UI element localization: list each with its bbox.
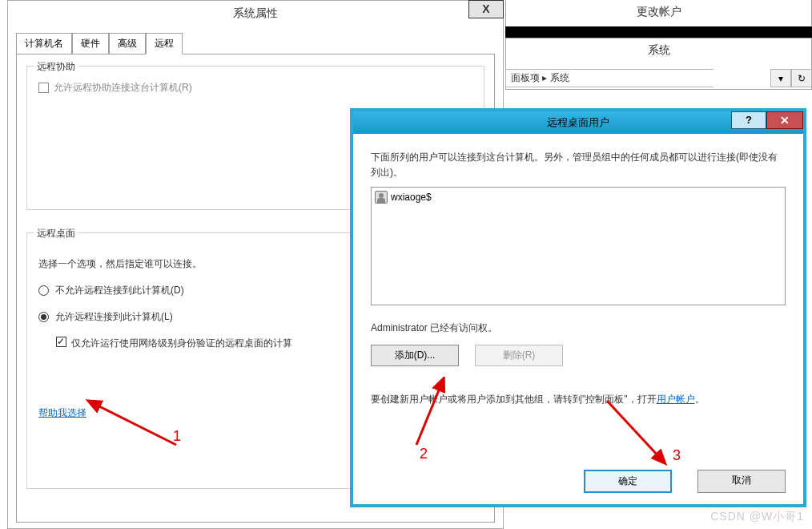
tab-strip: 计算机名 硬件 高级 远程	[16, 32, 495, 54]
system-properties-title: 系统属性	[233, 6, 278, 19]
change-account-titlebar: 更改帐户	[505, 0, 812, 27]
rdu-close-button[interactable]: ✕	[766, 111, 803, 129]
change-account-title: 更改帐户	[637, 5, 681, 18]
tab-label: 计算机名	[25, 38, 63, 49]
help-icon: ?	[746, 114, 752, 126]
breadcrumb[interactable]: 面板项 ▸ 系统	[505, 69, 714, 87]
tab-advanced[interactable]: 高级	[109, 33, 146, 55]
bg-divider	[505, 26, 812, 38]
rdu-description: 下面所列的用户可以连接到这台计算机。另外，管理员组中的任何成员都可以进行连接(即…	[371, 150, 786, 180]
allow-remote-assistance-checkbox[interactable]	[38, 83, 49, 93]
add-user-label: 添加(D)...	[395, 349, 436, 361]
user-accounts-link[interactable]: 用户帐户	[657, 394, 695, 405]
user-list-item[interactable]: wxiaoge$	[375, 191, 782, 204]
close-icon: ✕	[780, 114, 790, 127]
system-title: 系统	[648, 43, 670, 56]
system-properties-titlebar: 系统属性 X	[7, 0, 504, 24]
tab-label: 硬件	[81, 38, 100, 49]
breadcrumb-text: 面板项 ▸ 系统	[511, 72, 569, 83]
cancel-label: 取消	[732, 474, 751, 486]
deny-remote-label: 不允许远程连接到此计算机(D)	[55, 284, 184, 297]
refresh-icon: ↻	[798, 73, 806, 84]
nla-only-label: 仅允许运行使用网络级别身份验证的远程桌面的计算	[71, 337, 292, 350]
tab-computer-name[interactable]: 计算机名	[16, 33, 72, 55]
tab-label: 远程	[155, 38, 174, 49]
allow-remote-radio[interactable]	[38, 312, 49, 322]
tab-hardware[interactable]: 硬件	[72, 33, 109, 55]
rdu-title: 远程桌面用户	[547, 116, 609, 128]
watermark: CSDN @W小哥1	[710, 510, 804, 524]
system-properties-close-button[interactable]: X	[468, 0, 504, 18]
breadcrumb-dropdown-button[interactable]: ▾	[770, 69, 791, 87]
cancel-button[interactable]: 取消	[697, 470, 786, 493]
rdu-footnote: 要创建新用户帐户或将用户添加到其他组，请转到"控制面板"，打开用户帐户。	[371, 392, 786, 407]
remote-assistance-legend: 远程协助	[34, 60, 78, 74]
remove-user-button[interactable]: 删除(R)	[475, 345, 563, 366]
allow-remote-assistance-label: 允许远程协助连接这台计算机(R)	[54, 81, 192, 95]
ok-label: 确定	[618, 475, 637, 487]
help-me-choose-link[interactable]: 帮助我选择	[38, 407, 86, 418]
admin-access-note: Administrator 已经有访问权。	[371, 321, 786, 335]
remove-user-label: 删除(R)	[503, 349, 536, 361]
system-titlebar: 系统	[505, 38, 812, 65]
footnote-post: 。	[695, 394, 705, 405]
user-icon	[375, 191, 388, 204]
remote-desktop-legend: 远程桌面	[34, 227, 78, 240]
rdu-titlebar: 远程桌面用户 ? ✕	[353, 111, 803, 134]
rdu-help-button[interactable]: ?	[731, 111, 766, 129]
close-x-icon: X	[482, 2, 489, 15]
footnote-pre: 要创建新用户帐户或将用户添加到其他组，请转到"控制面板"，打开	[371, 394, 657, 405]
allow-remote-label: 允许远程连接到此计算机(L)	[55, 310, 173, 324]
deny-remote-radio[interactable]	[38, 285, 49, 296]
nla-only-checkbox[interactable]	[56, 337, 66, 347]
user-name: wxiaoge$	[391, 192, 432, 203]
add-user-button[interactable]: 添加(D)...	[371, 345, 459, 366]
rdu-body: 下面所列的用户可以连接到这台计算机。另外，管理员组中的任何成员都可以进行连接(即…	[353, 134, 803, 504]
ok-button[interactable]: 确定	[584, 470, 672, 493]
chevron-down-icon: ▾	[778, 73, 783, 84]
remote-desktop-users-dialog: 远程桌面用户 ? ✕ 下面所列的用户可以连接到这台计算机。另外，管理员组中的任何…	[350, 108, 806, 507]
user-listbox[interactable]: wxiaoge$	[371, 187, 786, 305]
tab-remote[interactable]: 远程	[146, 33, 183, 55]
tab-label: 高级	[118, 38, 137, 49]
refresh-button[interactable]: ↻	[791, 69, 812, 87]
